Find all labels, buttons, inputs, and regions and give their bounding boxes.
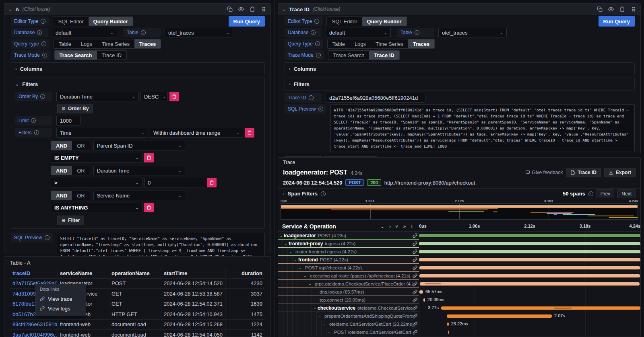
condition-op-select[interactable]: IS EMPTY⌄ xyxy=(51,153,142,162)
condition-op-select[interactable]: IS ANYTHING⌄ xyxy=(51,203,142,212)
chevron-down-icon[interactable]: ⌄ xyxy=(302,274,308,278)
span-link-icon[interactable] xyxy=(413,273,417,278)
span-timeline-cell[interactable] xyxy=(419,240,640,248)
minimap-canvas[interactable] xyxy=(281,203,638,220)
trace-id-input[interactable] xyxy=(326,93,425,103)
export-button[interactable]: Export xyxy=(604,168,636,177)
table-select[interactable]: otel_traces⌄ xyxy=(165,28,233,37)
chevron-down-icon[interactable]: ⌄ xyxy=(317,314,322,318)
sql-editor-option[interactable]: SQL Editor xyxy=(53,17,88,26)
sql-editor-option[interactable]: SQL Editor xyxy=(327,17,362,26)
chevron-down-icon[interactable]: ⌄ xyxy=(283,242,289,246)
run-query-button[interactable]: Run Query xyxy=(229,16,265,27)
span-link-icon[interactable] xyxy=(413,233,417,238)
trace-span-row[interactable]: ⌄grpc.oteldemo.CheckoutService/PlaceOrde… xyxy=(278,280,640,288)
query-type-logs[interactable]: Logs xyxy=(350,39,371,48)
span-filters-title[interactable]: Span Filters xyxy=(288,191,318,197)
trace-span-row[interactable]: tcp.connect (20.09ms)20.09ms xyxy=(278,296,640,304)
join-or-option[interactable]: OR xyxy=(72,191,90,200)
span-duration-bar[interactable] xyxy=(447,314,552,318)
span-timeline-cell[interactable]: 2.07s xyxy=(419,312,640,320)
expand-all-icon[interactable]: » xyxy=(403,224,406,229)
remove-query-icon[interactable] xyxy=(619,6,625,12)
trace-span-row[interactable]: ⌄POST /api/checkout (4.22s) xyxy=(278,264,640,272)
remove-filter-button[interactable] xyxy=(245,128,254,138)
database-select[interactable]: default⌄ xyxy=(52,28,117,37)
order-by-field-select[interactable]: Duration Time⌄ xyxy=(56,92,139,101)
condition-field-select[interactable]: Parent Span ID⌄ xyxy=(93,141,185,150)
span-link-icon[interactable] xyxy=(413,306,417,310)
filters-collapse[interactable]: ⌄Filters xyxy=(15,80,260,88)
condition-value-input[interactable] xyxy=(144,178,205,187)
span-link-icon[interactable] xyxy=(413,265,417,270)
span-link-icon[interactable] xyxy=(413,257,417,262)
trace-span-row[interactable]: ⌄frontend-proxyingress (4.22s) xyxy=(278,240,640,248)
trace-minimap[interactable]: 0μs1.06s2.12s3.18s4.24s xyxy=(281,199,638,220)
join-or-option[interactable]: OR xyxy=(72,141,90,150)
span-link-icon[interactable] xyxy=(413,282,417,286)
trace-mode-id[interactable]: Trace ID xyxy=(97,51,126,60)
columns-collapse[interactable]: ›Columns xyxy=(289,65,630,72)
chevron-down-icon[interactable]: ⌄ xyxy=(307,282,313,286)
span-timeline-cell[interactable] xyxy=(419,328,640,336)
span-timeline-cell[interactable] xyxy=(419,248,640,256)
chevron-down-icon[interactable]: ⌄ xyxy=(326,330,332,334)
add-filter-button[interactable]: ⊕Filter xyxy=(57,216,84,225)
order-by-direction-select[interactable]: DESC⌄ xyxy=(140,92,168,101)
span-name-cell[interactable]: ⌄executing api route (pages) /api/checko… xyxy=(278,272,419,280)
span-name-cell[interactable]: ⌄frontend-proxyingress (4.22s) xyxy=(278,240,419,248)
give-feedback-link[interactable]: Give feedback xyxy=(525,170,563,175)
span-timeline-cell[interactable] xyxy=(419,264,640,272)
column-resizer-handle[interactable]: ‖ xyxy=(411,224,413,229)
span-name-cell[interactable]: ⌄loadgeneratorPOST (4.23s) xyxy=(278,232,419,240)
trace-id-button[interactable]: Trace ID xyxy=(566,168,601,177)
span-timeline-cell[interactable]: 3.77s xyxy=(419,304,640,312)
hide-response-icon[interactable] xyxy=(608,6,614,12)
chevron-down-icon[interactable]: ⌄ xyxy=(312,306,318,310)
span-name-cell[interactable]: ⌄POST /oteldemo.CartService/GetCart xyxy=(278,328,419,336)
table-select[interactable]: otel_traces⌄ xyxy=(438,28,507,37)
query-type-timeseries[interactable]: Time Series xyxy=(371,39,408,48)
span-timeline-cell[interactable] xyxy=(419,280,640,288)
chevron-right-icon[interactable]: › xyxy=(283,191,285,196)
span-link-icon[interactable] xyxy=(413,314,417,319)
span-name-cell[interactable]: ⌄oteldemo.CartService/GetCart (23.22ms) xyxy=(278,320,419,328)
view-trace-link[interactable]: View trace xyxy=(40,294,82,304)
remove-condition-button[interactable] xyxy=(144,203,154,212)
view-logs-link[interactable]: View logs xyxy=(40,304,82,313)
span-timeline-cell[interactable]: 23.22ms xyxy=(419,320,640,328)
query-type-table[interactable]: Table xyxy=(328,39,350,48)
span-name-cell[interactable]: ⌄checkoutserviceoteldemo.CheckoutService… xyxy=(278,304,419,312)
span-link-icon[interactable] xyxy=(413,249,417,254)
query-type-traces[interactable]: Traces xyxy=(408,39,434,48)
trace-span-row[interactable]: ⌄prepareOrderItemsAndShippingQuoteFromCa… xyxy=(278,312,640,320)
panel-header-trace-id[interactable]: ⌄ Trace ID (ClickHouse) xyxy=(278,4,640,15)
trace-span-row[interactable]: dns.lookup (65.57ms)65.57ms xyxy=(278,288,640,296)
chevron-down-icon[interactable]: ⌄ xyxy=(322,322,327,326)
span-name-cell[interactable]: tcp.connect (20.09ms) xyxy=(278,296,419,304)
query-type-table[interactable]: Table xyxy=(54,39,76,48)
hide-response-icon[interactable] xyxy=(238,6,244,12)
condition-op-select[interactable]: >⌄ xyxy=(51,178,142,187)
trace-id-link[interactable]: 89cf4286e631591b4... xyxy=(10,320,58,330)
query-builder-option[interactable]: Query Builder xyxy=(362,17,407,26)
span-name-cell[interactable]: ⌄prepareOrderItemsAndShippingQuoteFromCa… xyxy=(278,312,419,320)
join-and-option[interactable]: AND xyxy=(51,141,72,150)
join-and-option[interactable]: AND xyxy=(51,191,72,200)
drag-handle-icon[interactable] xyxy=(261,6,266,12)
add-order-by-button[interactable]: ⊕Order By xyxy=(57,104,93,113)
columns-collapse[interactable]: ›Columns xyxy=(15,65,260,72)
collapse-chevron-icon[interactable]: ⌄ xyxy=(282,7,286,12)
remove-condition-button[interactable] xyxy=(207,178,217,187)
collapse-one-icon[interactable]: ⌄ xyxy=(380,224,384,229)
span-duration-bar[interactable] xyxy=(419,266,640,269)
next-span-button[interactable]: Next xyxy=(617,189,636,198)
span-duration-bar[interactable] xyxy=(419,258,640,261)
chevron-down-icon[interactable]: ⌄ xyxy=(293,258,298,262)
drag-handle-icon[interactable] xyxy=(631,6,636,12)
query-type-traces[interactable]: Traces xyxy=(134,39,161,48)
duplicate-query-icon[interactable] xyxy=(227,6,233,12)
span-link-icon[interactable] xyxy=(413,322,417,327)
span-duration-bar[interactable] xyxy=(419,242,640,245)
prev-span-button[interactable]: Prev xyxy=(597,189,615,198)
